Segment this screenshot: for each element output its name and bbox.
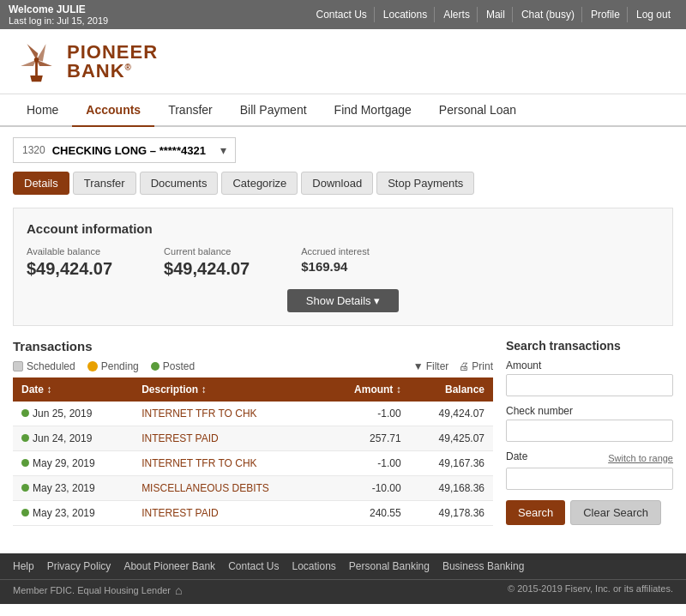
filter-btn-label: Filter: [426, 360, 449, 372]
footer-personal-banking[interactable]: Personal Banking: [349, 560, 430, 572]
current-label: Current balance: [164, 246, 250, 257]
check-number-label: Check number: [506, 405, 673, 417]
txn-filter-right: ▼ Filter 🖨 Print: [413, 360, 493, 372]
main-content: 1320 CHECKING LONG – *****4321 ▾ Details…: [0, 127, 686, 536]
tab-categorize[interactable]: Categorize: [221, 172, 298, 195]
amount-input[interactable]: [506, 374, 673, 396]
search-button[interactable]: Search: [506, 500, 565, 525]
table-row: May 23, 2019 MISCELLANEOUS DEBITS -10.00…: [13, 476, 493, 501]
date-input[interactable]: [506, 468, 673, 490]
txn-description[interactable]: INTEREST PAID: [133, 426, 325, 451]
status-dot: [21, 484, 29, 492]
check-number-field: Check number: [506, 405, 673, 442]
footer-privacy-policy[interactable]: Privacy Policy: [47, 560, 111, 572]
footer-help[interactable]: Help: [13, 560, 34, 572]
nav-personal-loan[interactable]: Personal Loan: [425, 94, 530, 125]
status-dot: [21, 459, 29, 467]
txn-date: May 23, 2019: [13, 501, 133, 526]
txn-balance: 49,178.36: [410, 501, 493, 526]
check-number-input[interactable]: [506, 420, 673, 442]
main-nav: Home Accounts Transfer Bill Payment Find…: [0, 94, 686, 127]
txn-balance: 49,168.36: [410, 476, 493, 501]
table-row: May 29, 2019 INTERNET TFR TO CHK -1.00 4…: [13, 451, 493, 476]
status-dot: [21, 509, 29, 516]
col-amount[interactable]: Amount ↕: [325, 377, 410, 402]
txn-description[interactable]: INTERNET TFR TO CHK: [133, 451, 325, 476]
accrued-amount: $169.94: [301, 259, 347, 274]
status-dot: [21, 409, 29, 417]
filter-button[interactable]: ▼ Filter: [413, 360, 449, 372]
available-amount: $49,424.07: [27, 259, 112, 278]
logout-link[interactable]: Log out: [629, 7, 677, 22]
logo-pioneer: PIONEER: [67, 43, 158, 62]
footer-business-banking[interactable]: Business Banking: [442, 560, 524, 572]
tab-details[interactable]: Details: [13, 172, 69, 195]
current-amount: $49,424.07: [164, 259, 250, 278]
nav-bill-payment[interactable]: Bill Payment: [226, 94, 321, 125]
filter-scheduled-label: Scheduled: [27, 360, 75, 372]
footer-locations[interactable]: Locations: [292, 560, 335, 572]
nav-find-mortgage[interactable]: Find Mortgage: [321, 94, 425, 125]
date-row: Date Switch to range: [506, 450, 673, 465]
account-number: 1320: [22, 144, 45, 156]
clear-search-button[interactable]: Clear Search: [570, 500, 661, 525]
fdic-area: Member FDIC. Equal Housing Lender ⌂: [13, 583, 183, 597]
copyright-text: © 2015-2019 Fiserv, Inc. or its affiliat…: [508, 583, 673, 597]
footer-bottom: Member FDIC. Equal Housing Lender ⌂ © 20…: [0, 579, 686, 604]
txn-description[interactable]: MISCELLANEOUS DEBITS: [133, 476, 325, 501]
txn-description[interactable]: INTERNET TFR TO CHK: [133, 402, 325, 426]
footer-about[interactable]: About Pioneer Bank: [123, 560, 215, 572]
txn-filter-left: Scheduled Pending Posted: [13, 360, 195, 372]
alerts-link[interactable]: Alerts: [436, 7, 478, 22]
filter-pending: Pending: [87, 360, 139, 372]
nav-accounts[interactable]: Accounts: [72, 94, 154, 127]
transactions-title: Transactions: [13, 339, 493, 353]
top-bar: Welcome JULIE Last log in: Jul 15, 2019 …: [0, 0, 686, 29]
search-buttons: Search Clear Search: [506, 500, 673, 525]
account-selector[interactable]: 1320 CHECKING LONG – *****4321 ▾: [13, 137, 236, 163]
status-dot: [21, 434, 29, 442]
footer-links: Help Privacy Policy About Pioneer Bank C…: [0, 553, 686, 579]
mail-link[interactable]: Mail: [479, 7, 513, 22]
locations-link[interactable]: Locations: [376, 7, 435, 22]
welcome-text: Welcome JULIE: [9, 3, 108, 15]
welcome-area: Welcome JULIE Last log in: Jul 15, 2019: [9, 3, 108, 26]
contact-us-link[interactable]: Contact Us: [309, 7, 374, 22]
col-description[interactable]: Description ↕: [133, 377, 325, 402]
table-header-row: Date ↕ Description ↕ Amount ↕ Balance: [13, 377, 493, 402]
txn-amount: 257.71: [325, 426, 410, 451]
footer-contact[interactable]: Contact Us: [228, 560, 279, 572]
chevron-down-icon: ▾: [220, 143, 226, 157]
nav-home[interactable]: Home: [13, 94, 72, 125]
print-button[interactable]: 🖨 Print: [459, 360, 493, 372]
account-info-title: Account information: [27, 221, 659, 236]
filter-pending-label: Pending: [101, 360, 139, 372]
txn-balance: 49,167.36: [410, 451, 493, 476]
filter-icon: ▼: [413, 360, 424, 372]
tab-download[interactable]: Download: [301, 172, 373, 195]
equal-housing-icon: ⌂: [175, 583, 182, 597]
col-date[interactable]: Date ↕: [13, 377, 133, 402]
switch-range-link[interactable]: Switch to range: [608, 453, 673, 463]
date-label: Date: [506, 450, 527, 462]
txn-amount: -10.00: [325, 476, 410, 501]
table-row: May 23, 2019 INTEREST PAID 240.55 49,178…: [13, 501, 493, 526]
tab-documents[interactable]: Documents: [140, 172, 219, 195]
txn-balance: 49,425.07: [410, 426, 493, 451]
txn-description[interactable]: INTEREST PAID: [133, 501, 325, 526]
tab-stop-payments[interactable]: Stop Payments: [376, 172, 474, 195]
filter-scheduled: Scheduled: [13, 360, 75, 372]
nav-transfer[interactable]: Transfer: [154, 94, 226, 125]
print-icon: 🖨: [459, 360, 469, 372]
balance-row: Available balance $49,424.07 Current bal…: [27, 246, 659, 279]
table-row: Jun 25, 2019 INTERNET TFR TO CHK -1.00 4…: [13, 402, 493, 426]
logo-icon: [13, 38, 60, 85]
show-details-button[interactable]: Show Details ▾: [287, 289, 399, 312]
profile-link[interactable]: Profile: [584, 7, 628, 22]
chat-link[interactable]: Chat (busy): [514, 7, 582, 22]
current-balance: Current balance $49,424.07: [164, 246, 250, 279]
tab-transfer[interactable]: Transfer: [73, 172, 136, 195]
pending-icon: [87, 361, 98, 371]
scheduled-icon: [13, 361, 23, 371]
txn-amount: 240.55: [325, 501, 410, 526]
